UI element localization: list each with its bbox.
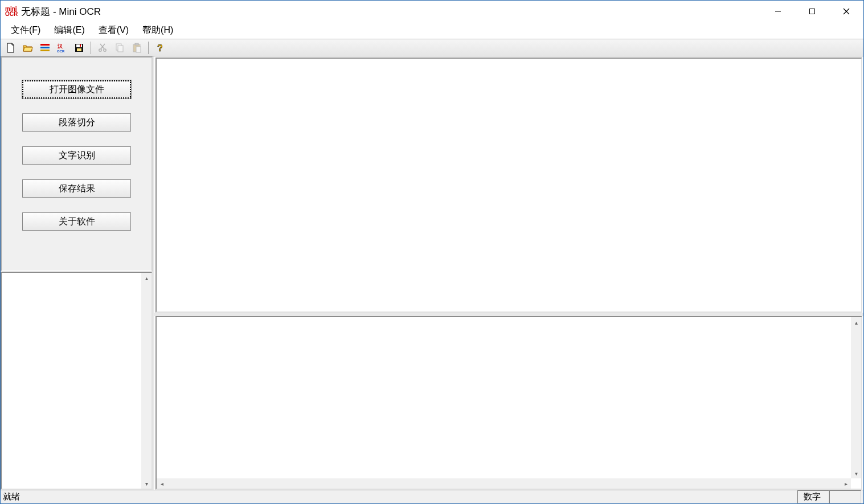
- svg-line-16: [100, 44, 104, 49]
- toolbar-cut-button[interactable]: [95, 40, 110, 55]
- minimize-icon: [775, 8, 781, 15]
- text-scrollbar-horizontal[interactable]: ◂ ▸: [157, 478, 851, 489]
- titlebar: mini OCR 无标题 - Mini OCR: [1, 1, 863, 22]
- toolbar-separator: [148, 42, 149, 54]
- toolbar-help-button[interactable]: ?: [152, 40, 168, 55]
- thumbnail-scrollbar[interactable]: ▴ ▾: [141, 273, 151, 489]
- toolbar-paste-button[interactable]: [129, 40, 145, 55]
- scroll-right-icon[interactable]: ▸: [841, 478, 851, 489]
- help-icon: ?: [155, 43, 165, 53]
- status-numlock: 数字: [797, 490, 829, 503]
- cut-icon: [97, 43, 108, 53]
- segment-icon: [40, 43, 50, 53]
- svg-rect-20: [135, 43, 138, 45]
- image-pane[interactable]: [155, 58, 862, 313]
- svg-point-13: [99, 48, 101, 51]
- maximize-icon: [809, 8, 816, 15]
- titlebar-left: mini OCR 无标题 - Mini OCR: [5, 5, 101, 18]
- scroll-up-icon[interactable]: ▴: [141, 273, 151, 283]
- close-icon: [843, 8, 850, 15]
- app-icon: mini OCR: [5, 6, 18, 17]
- save-icon: [74, 43, 84, 53]
- toolbar-separator: [91, 42, 91, 54]
- minimize-button[interactable]: [761, 1, 795, 22]
- toolbar: 汉 OCR ?: [1, 39, 863, 56]
- svg-rect-6: [40, 50, 50, 51]
- scroll-left-icon[interactable]: ◂: [157, 478, 167, 489]
- copy-icon: [114, 43, 125, 53]
- left-column: 打开图像文件 段落切分 文字识别 保存结果 关于软件 ▴ ▾: [1, 56, 153, 490]
- right-column: ▴ ▾ ◂ ▸: [153, 56, 863, 490]
- svg-rect-5: [40, 47, 50, 48]
- open-folder-icon: [23, 43, 33, 53]
- svg-text:汉: 汉: [57, 43, 63, 49]
- scroll-down-icon[interactable]: ▾: [851, 468, 861, 478]
- svg-point-14: [104, 48, 106, 51]
- svg-text:OCR: OCR: [57, 50, 65, 53]
- menubar: 文件(F) 编辑(E) 查看(V) 帮助(H): [1, 22, 863, 39]
- menu-view[interactable]: 查看(V): [92, 23, 136, 38]
- svg-rect-4: [40, 44, 50, 46]
- toolbar-copy-button[interactable]: [112, 40, 128, 55]
- svg-rect-21: [136, 47, 141, 52]
- status-right: 数字: [797, 490, 861, 503]
- recognize-button[interactable]: 文字识别: [22, 146, 131, 165]
- maximize-button[interactable]: [795, 1, 829, 22]
- thumbnail-pane[interactable]: ▴ ▾: [1, 272, 153, 490]
- svg-rect-10: [76, 44, 82, 47]
- statusbar: 就绪 数字: [1, 490, 863, 503]
- svg-rect-1: [810, 9, 815, 14]
- ocr-icon: 汉 OCR: [56, 43, 68, 53]
- svg-line-15: [101, 44, 105, 49]
- status-empty-cell: [829, 490, 861, 503]
- window-controls: [761, 1, 863, 22]
- main-area: 打开图像文件 段落切分 文字识别 保存结果 关于软件 ▴ ▾ ▴ ▾ ◂ ▸: [1, 56, 863, 490]
- svg-rect-11: [77, 48, 81, 51]
- about-button[interactable]: 关于软件: [22, 212, 131, 231]
- menu-edit[interactable]: 编辑(E): [47, 23, 91, 38]
- toolbar-new-button[interactable]: [3, 40, 19, 55]
- text-output-pane[interactable]: ▴ ▾ ◂ ▸: [155, 316, 862, 490]
- toolbar-save-button[interactable]: [71, 40, 87, 55]
- status-ready: 就绪: [3, 491, 20, 502]
- menu-help[interactable]: 帮助(H): [136, 23, 180, 38]
- open-image-button[interactable]: 打开图像文件: [22, 80, 131, 99]
- toolbar-ocr-button[interactable]: 汉 OCR: [54, 40, 70, 55]
- toolbar-segment-button[interactable]: [37, 40, 53, 55]
- scroll-down-icon[interactable]: ▾: [141, 478, 151, 489]
- text-scrollbar-vertical[interactable]: ▴ ▾: [851, 317, 861, 478]
- sidebar: 打开图像文件 段落切分 文字识别 保存结果 关于软件: [1, 56, 153, 272]
- menu-file[interactable]: 文件(F): [4, 23, 47, 38]
- save-result-button[interactable]: 保存结果: [22, 179, 131, 198]
- svg-rect-12: [80, 44, 81, 47]
- svg-rect-18: [118, 46, 123, 52]
- paste-icon: [132, 43, 142, 53]
- window-title: 无标题 - Mini OCR: [21, 5, 101, 18]
- new-file-icon: [6, 43, 16, 53]
- app-icon-bottom: OCR: [5, 11, 18, 17]
- toolbar-open-button[interactable]: [20, 40, 36, 55]
- segment-button[interactable]: 段落切分: [22, 113, 131, 132]
- svg-text:?: ?: [157, 43, 163, 53]
- close-button[interactable]: [829, 1, 863, 22]
- scroll-up-icon[interactable]: ▴: [851, 317, 861, 327]
